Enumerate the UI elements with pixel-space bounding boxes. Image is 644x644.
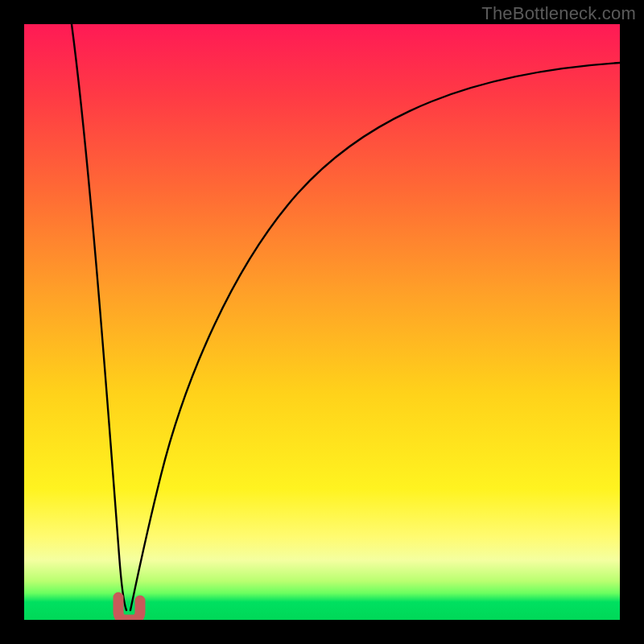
curve-left-branch	[72, 24, 126, 610]
optimum-marker	[118, 597, 140, 620]
chart-svg	[24, 24, 620, 620]
chart-frame: TheBottleneck.com	[0, 0, 644, 644]
watermark-text: TheBottleneck.com	[481, 3, 636, 24]
plot-area	[24, 24, 620, 620]
curve-right-branch	[130, 63, 620, 610]
